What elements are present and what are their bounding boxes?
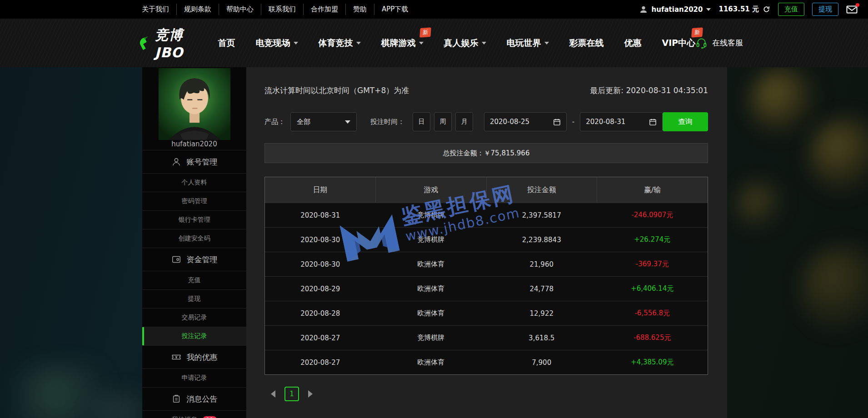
sidebar-item[interactable]: 我的优惠 [142,345,246,368]
search-button[interactable]: 查询 [663,112,708,131]
sidebar-item-label: 银行卡管理 [179,216,210,224]
sidebar-item-label: 申请记录 [182,374,207,382]
sidebar-item[interactable]: 资金管理 [142,248,246,271]
topbar-link[interactable]: 帮助中心 [219,4,261,15]
date-to-input[interactable]: 2020-08-31 [580,112,663,131]
filter-row: 产品： 全部 投注时间： 日周月 2020-08-25 - 2020-08-31… [264,112,708,131]
sidebar-item[interactable]: 创建安全码 [142,229,246,248]
nav-item[interactable]: 真人娱乐 [444,37,486,49]
nav-item[interactable]: 首页 [218,37,235,49]
table-row: 2020-08-30 欧洲体育 21,960 -369.37元 [265,252,708,276]
cell-game: 竞博棋牌 [376,228,487,252]
topbar-links: 关于我们规则条款帮助中心联系我们合作加盟赞助APP下载 [135,4,415,15]
topbar-link[interactable]: 联系我们 [261,4,303,15]
user-menu[interactable]: hufatian2020 [639,5,711,14]
table-header-cell: 游戏 [375,177,486,203]
sidebar-item-label: 我的优惠 [187,352,218,363]
sidebar-item[interactable]: 申请记录 [142,368,246,387]
product-select-value: 全部 [297,118,310,126]
date-to-value: 2020-08-31 [586,118,625,126]
withdraw-button[interactable]: 提现 [812,3,838,16]
table-row: 2020-08-31 竞博棋牌 2,397.5817 -246.0907元 [265,203,708,227]
sidebar-section-icon [171,157,181,167]
nav-list: 首页 电竞现场 体育竞技 新 棋牌游戏 真人娱乐 [218,37,696,49]
period-button[interactable]: 日 [413,112,430,131]
table-header-cell: 投注金额 [486,177,597,203]
decor-cash [14,363,118,418]
topbar-link[interactable]: APP下载 [374,4,415,15]
date-range-separator: - [572,118,574,126]
cell-winloss: +4,385.09元 [597,350,708,374]
cell-date: 2020-08-31 [265,203,376,227]
prev-page-icon[interactable] [271,390,275,398]
cell-game: 竞博棋牌 [376,203,487,227]
decor-coins [809,118,868,195]
table-row: 2020-08-30 竞博棋牌 2,239.8843 +26.274元 [265,227,708,252]
cell-date: 2020-08-27 [265,350,376,374]
table-row: 2020-08-27 欧洲体育 7,900 +4,385.09元 [265,350,708,374]
nav-item[interactable]: 电玩世界 [507,37,549,49]
logo[interactable]: 竞博JBO [136,26,192,60]
decor-coins [750,68,818,136]
cell-amount: 24,778 [486,277,597,301]
cell-game: 欧洲体育 [376,252,487,276]
avatar[interactable] [159,68,230,140]
sidebar-menu: 账号管理 个人资料 密码管理 银行卡管理 创建安全码 [142,150,246,418]
sidebar-item[interactable]: 投注记录 [142,327,246,345]
sidebar-item[interactable]: 我的消息 19 [142,410,246,418]
nav-item-label: 体育竞技 [319,37,353,49]
customer-service[interactable]: 在线客服 [695,37,743,49]
cell-amount: 2,397.5817 [486,203,597,227]
decor-coins [736,182,786,232]
total-bar: 总投注金额： ￥75,815.966 [264,143,708,163]
topbar: 关于我们规则条款帮助中心联系我们合作加盟赞助APP下载 hufatian2020… [0,0,868,19]
cell-winloss: -688.625元 [597,326,708,350]
last-update: 最后更新: 2020-08-31 04:35:01 [590,85,708,96]
nav-item[interactable]: 新 VIP中心 [662,37,696,49]
calendar-icon [553,118,561,126]
nav-item-label: 首页 [218,37,235,49]
table-header: 日期游戏投注金额赢/输 [265,177,708,203]
message-count-badge: 19 [203,416,217,418]
cell-amount: 2,239.8843 [486,228,597,252]
sidebar-item[interactable]: 充值 [142,271,246,289]
table-body: 2020-08-31 竞博棋牌 2,397.5817 -246.0907元 20… [265,203,708,374]
sidebar-item[interactable]: 个人资料 [142,173,246,192]
nav-item[interactable]: 电竞现场 [256,37,298,49]
table-row: 2020-08-29 欧洲体育 24,778 +6,406.14元 [265,276,708,301]
sidebar-item-label: 个人资料 [182,179,207,187]
sidebar-item[interactable]: 银行卡管理 [142,210,246,229]
sidebar-item-label: 账号管理 [187,157,218,167]
nav-item-label: VIP中心 [662,37,696,49]
period-button[interactable]: 周 [434,112,452,131]
sidebar-section-icon [171,394,181,404]
date-from-input[interactable]: 2020-08-25 [484,112,567,131]
next-page-icon[interactable] [308,390,313,398]
current-page[interactable]: 1 [284,387,299,401]
topbar-link[interactable]: 合作加盟 [303,4,345,15]
mail-icon[interactable] [846,5,858,14]
product-select[interactable]: 全部 [290,112,357,131]
sidebar-item[interactable]: 交易记录 [142,308,246,327]
meta-row: 流水计算时间以北京时间（GMT+8）为准 最后更新: 2020-08-31 04… [264,85,708,96]
cell-date: 2020-08-30 [265,228,376,252]
nav-item[interactable]: 优惠 [624,37,642,49]
sidebar-item[interactable]: 账号管理 [142,150,246,173]
calendar-icon [649,118,657,126]
deposit-button[interactable]: 充值 [778,3,804,16]
nav-item[interactable]: 体育竞技 [319,37,361,49]
topbar-link[interactable]: 赞助 [345,4,374,15]
nav-item[interactable]: 新 棋牌游戏 [381,37,424,49]
chevron-down-icon [544,42,549,45]
pagination: 1 [271,387,708,401]
topbar-link[interactable]: 规则条款 [176,4,219,15]
topbar-link[interactable]: 关于我们 [135,4,176,15]
nav-item[interactable]: 彩票在线 [569,37,604,49]
sidebar-item[interactable]: 密码管理 [142,192,246,210]
period-button[interactable]: 月 [455,112,473,131]
refresh-icon[interactable] [763,5,770,13]
sidebar-item[interactable]: 提现 [142,289,246,308]
sidebar-item-label: 投注记录 [182,332,207,340]
sidebar-item[interactable]: 消息公告 [142,387,246,410]
total-label: 总投注金额： [443,149,484,158]
